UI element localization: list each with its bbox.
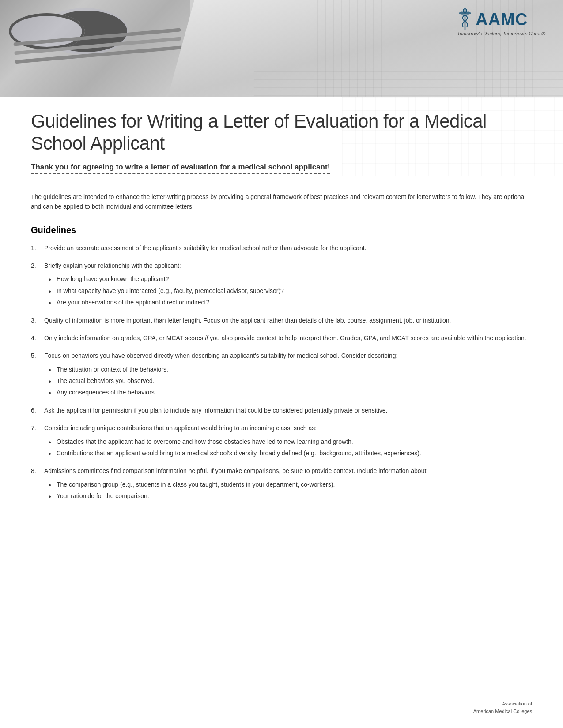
list-item: 6. Ask the applicant for permission if y… (31, 405, 532, 415)
footer: Association of American Medical Colleges (473, 700, 532, 715)
header-photo-left (0, 0, 190, 97)
sub-list-item: Your rationale for the comparison. (49, 491, 532, 501)
sub-list: Obstacles that the applicant had to over… (49, 437, 532, 458)
list-item: 8. Admissions committees find comparison… (31, 466, 532, 501)
sub-list: The situation or context of the behavior… (49, 364, 532, 398)
sub-list-item: Contributions that an applicant would br… (49, 448, 532, 458)
list-item: 1. Provide an accurate assessment of the… (31, 243, 532, 253)
footer-line2: American Medical Colleges (473, 708, 532, 715)
sub-list-item: In what capacity have you interacted (e.… (49, 286, 532, 296)
sub-list: The comparison group (e.g., students in … (49, 480, 532, 501)
item-number: 2. (31, 261, 36, 270)
list-item: 5. Focus on behaviors you have observed … (31, 351, 532, 398)
intro-text: The guidelines are intended to enhance t… (31, 192, 532, 212)
thank-you-line: Thank you for agreeing to write a letter… (31, 163, 330, 174)
item-number: 4. (31, 333, 36, 343)
sub-list-item: The situation or context of the behavior… (49, 364, 532, 374)
guidelines-heading: Guidelines (31, 225, 532, 235)
sub-list: How long have you known the applicant? I… (49, 274, 532, 307)
main-title: Guidelines for Writing a Letter of Evalu… (31, 110, 532, 155)
sub-list-item: How long have you known the applicant? (49, 274, 532, 284)
title-section: Guidelines for Writing a Letter of Evalu… (0, 97, 563, 192)
aamc-name: AAMC (476, 11, 528, 28)
list-item: 2. Briefly explain your relationship wit… (31, 261, 532, 308)
item-number: 3. (31, 315, 36, 325)
item-number: 6. (31, 405, 36, 415)
item-number: 8. (31, 466, 36, 476)
list-item: 3. Quality of information is more import… (31, 315, 532, 325)
sub-list-item: Are your observations of the applicant d… (49, 297, 532, 307)
item-number: 5. (31, 351, 36, 360)
list-item: 7. Consider including unique contributio… (31, 423, 532, 458)
footer-line1: Association of (473, 700, 532, 708)
sub-list-item: Any consequences of the behaviors. (49, 387, 532, 397)
sub-list-item: The actual behaviors you observed. (49, 376, 532, 386)
item-number: 7. (31, 423, 36, 433)
list-item: 4. Only include information on grades, G… (31, 333, 532, 343)
aamc-logo: AAMC Tomorrow's Doctors, Tomorrow's Cure… (457, 8, 545, 36)
header-image: AAMC Tomorrow's Doctors, Tomorrow's Cure… (0, 0, 563, 97)
aamc-tagline: Tomorrow's Doctors, Tomorrow's Cures® (457, 31, 545, 36)
sub-list-item: The comparison group (e.g., students in … (49, 480, 532, 489)
sub-list-item: Obstacles that the applicant had to over… (49, 437, 532, 447)
item-number: 1. (31, 243, 36, 253)
guidelines-list: 1. Provide an accurate assessment of the… (31, 243, 532, 501)
content-area: The guidelines are intended to enhance t… (0, 192, 563, 527)
caduceus-icon (457, 8, 473, 31)
